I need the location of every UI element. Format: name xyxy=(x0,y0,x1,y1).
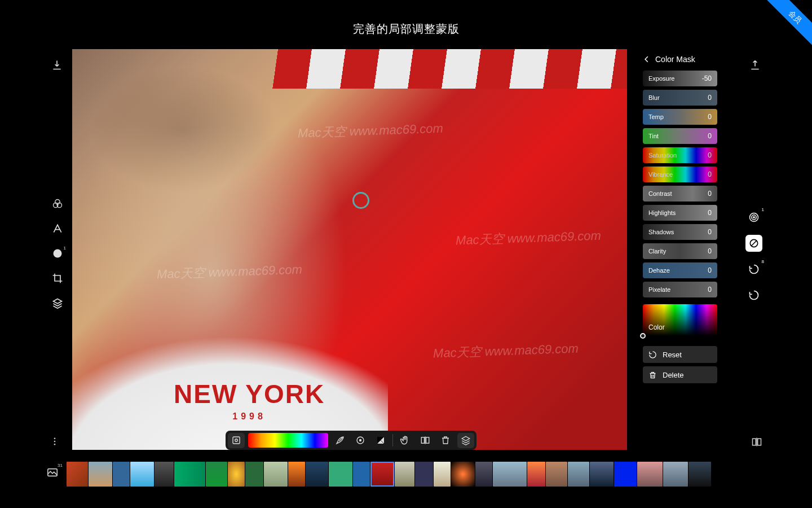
thumbnail[interactable] xyxy=(155,462,174,487)
thumbnail[interactable] xyxy=(353,462,370,487)
text-icon[interactable] xyxy=(51,222,64,235)
svg-point-15 xyxy=(54,437,56,439)
slider-temp[interactable]: Temp0 xyxy=(643,109,717,125)
color-field[interactable]: Color xyxy=(643,304,717,336)
slider-label: Exposure xyxy=(648,75,674,82)
color-label: Color xyxy=(648,323,665,331)
color-mask-icon[interactable]: 1 xyxy=(745,235,762,252)
thumbnail[interactable] xyxy=(451,462,475,487)
feather-icon[interactable] xyxy=(332,433,348,448)
thumbnail[interactable] xyxy=(206,462,227,487)
divider xyxy=(392,434,393,446)
member-ribbon[interactable]: 会员 xyxy=(767,0,812,45)
export-icon[interactable] xyxy=(749,59,761,71)
gallery-count: 31 xyxy=(58,463,63,468)
thumbnail[interactable] xyxy=(637,462,663,487)
svg-point-5 xyxy=(752,215,756,220)
radius-icon[interactable] xyxy=(352,433,369,448)
gallery-icon[interactable] xyxy=(46,466,59,479)
brush-mask-icon[interactable]: 8 xyxy=(745,261,762,278)
thumbnail[interactable] xyxy=(130,462,154,487)
thumbnail[interactable] xyxy=(493,462,527,487)
thumbnail[interactable] xyxy=(174,462,205,487)
thumbnail[interactable] xyxy=(228,462,245,487)
crop-icon[interactable] xyxy=(51,272,64,284)
filmstrip[interactable] xyxy=(67,462,767,487)
hand-icon[interactable] xyxy=(396,433,413,448)
thumbnail[interactable] xyxy=(89,462,112,487)
slider-label: Blur xyxy=(648,94,660,101)
compare-split-icon[interactable] xyxy=(417,433,434,448)
trash-icon[interactable] xyxy=(437,433,454,448)
slider-label: Contrast xyxy=(648,190,672,197)
invert-icon[interactable] xyxy=(372,433,389,448)
svg-rect-14 xyxy=(426,437,429,444)
thumbnail[interactable] xyxy=(590,462,614,487)
face-icon[interactable]: 1 xyxy=(51,247,64,260)
slider-pixelate[interactable]: Pixelate0 xyxy=(643,282,717,297)
watermark: Mac天空 www.mac69.com xyxy=(157,261,303,283)
page-title: 完善的局部调整蒙版 xyxy=(353,21,460,37)
slider-label: Clarity xyxy=(648,248,666,255)
slider-highlights[interactable]: Highlights0 xyxy=(643,205,717,221)
slider-clarity[interactable]: Clarity0 xyxy=(643,243,717,259)
svg-rect-18 xyxy=(753,439,756,445)
watermark: Mac天空 www.mac69.com xyxy=(298,120,444,142)
slider-blur[interactable]: Blur0 xyxy=(643,90,717,106)
thumbnail[interactable] xyxy=(568,462,589,487)
thumbnail[interactable] xyxy=(113,462,130,487)
mask-toolbar xyxy=(226,431,476,450)
import-icon[interactable] xyxy=(51,59,63,71)
target-icon[interactable] xyxy=(228,433,245,448)
thumbnail-selected[interactable] xyxy=(370,462,394,487)
radial-mask-icon[interactable] xyxy=(745,209,762,226)
slider-vibrance[interactable]: Vibrance0 xyxy=(643,167,717,182)
slider-value: 0 xyxy=(708,113,712,121)
slider-label: Saturation xyxy=(648,152,677,159)
slider-label: Pixelate xyxy=(648,286,670,293)
svg-rect-8 xyxy=(233,437,240,444)
image-canvas[interactable]: NEW YORK 1998 Mac天空 www.mac69.com Mac天空 … xyxy=(72,49,627,450)
layers-icon[interactable] xyxy=(51,297,64,309)
thumbnail[interactable] xyxy=(614,462,637,487)
thumbnail[interactable] xyxy=(306,462,328,487)
thumbnail[interactable] xyxy=(67,462,88,487)
slider-saturation[interactable]: Saturation0 xyxy=(643,147,717,163)
slider-tint[interactable]: Tint0 xyxy=(643,128,717,144)
slider-value: 0 xyxy=(708,94,712,102)
thumbnail[interactable] xyxy=(689,462,711,487)
reset-button[interactable]: Reset xyxy=(643,346,717,363)
hue-spectrum[interactable] xyxy=(248,433,328,448)
slider-exposure[interactable]: Exposure-50 xyxy=(643,71,717,86)
thumbnail[interactable] xyxy=(527,462,545,487)
watermark: Mac天空 www.mac69.com xyxy=(456,227,602,249)
undo-icon[interactable] xyxy=(745,287,762,304)
color-handle[interactable] xyxy=(640,333,646,339)
slider-value: 0 xyxy=(708,209,712,217)
filters-icon[interactable] xyxy=(51,198,64,210)
slider-dehaze[interactable]: Dehaze0 xyxy=(643,262,717,278)
slider-shadows[interactable]: Shadows0 xyxy=(643,224,717,240)
color-picker-target[interactable] xyxy=(352,192,369,209)
thumbnail[interactable] xyxy=(663,462,688,487)
thumbnail[interactable] xyxy=(288,462,305,487)
slider-contrast[interactable]: Contrast0 xyxy=(643,186,717,202)
slider-value: 0 xyxy=(708,151,712,159)
thumbnail[interactable] xyxy=(329,462,352,487)
thumbnail[interactable] xyxy=(245,462,263,487)
delete-button[interactable]: Delete xyxy=(643,366,717,383)
slider-value: 0 xyxy=(708,190,712,198)
thumbnail[interactable] xyxy=(264,462,288,487)
thumbnail[interactable] xyxy=(434,462,451,487)
back-icon[interactable] xyxy=(643,55,651,63)
more-icon[interactable] xyxy=(50,436,60,446)
trash-icon xyxy=(648,371,657,379)
thumbnail[interactable] xyxy=(546,462,567,487)
slider-label: Dehaze xyxy=(648,267,670,274)
thumbnail[interactable] xyxy=(475,462,492,487)
compare-icon[interactable] xyxy=(751,436,762,448)
thumbnail[interactable] xyxy=(415,462,433,487)
slider-label: Shadows xyxy=(648,229,674,235)
layers-icon[interactable] xyxy=(457,433,474,448)
thumbnail[interactable] xyxy=(395,462,414,487)
